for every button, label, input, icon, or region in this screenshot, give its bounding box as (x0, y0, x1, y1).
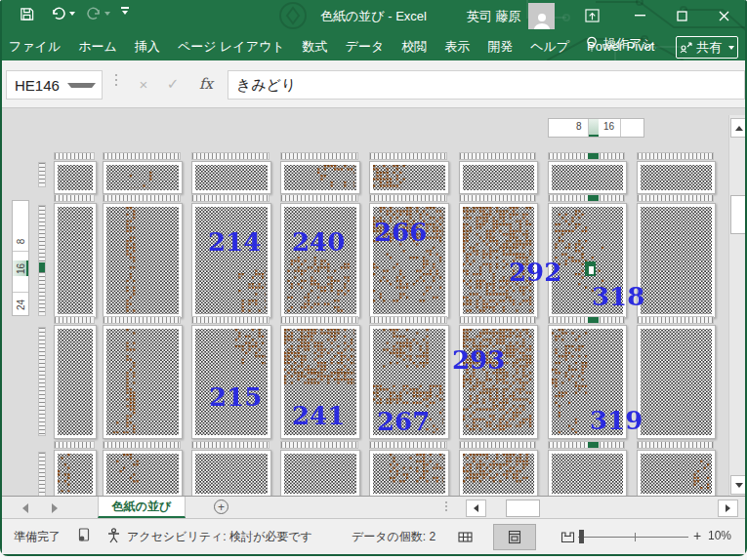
page-r3c6[interactable] (548, 450, 627, 496)
sheet-number-label: 241 (292, 403, 345, 428)
zoom-slider-handle[interactable] (579, 530, 584, 543)
ribbon-tab-1[interactable]: ホーム (69, 33, 126, 60)
name-box-dropdown-icon[interactable] (67, 83, 96, 88)
scroll-up-button[interactable] (730, 118, 747, 138)
page-r3c2[interactable] (191, 450, 271, 496)
normal-view-button[interactable] (449, 524, 480, 550)
ribbon-display-options-icon[interactable] (581, 6, 602, 25)
ribbon-tab-file[interactable]: ファイル (0, 33, 69, 60)
page-r0c3[interactable] (280, 161, 360, 194)
page-r2c6[interactable]: 319 (548, 325, 627, 439)
insert-function-icon[interactable]: fx (191, 70, 221, 98)
page-r0c6[interactable] (548, 161, 627, 194)
avatar[interactable] (528, 3, 555, 29)
page-r2c3[interactable]: 241 (280, 325, 360, 439)
title-bar: 色紙の並び - Excel 英司 藤原 (0, 0, 747, 32)
tab-scroll-splitter[interactable] (445, 501, 447, 511)
page-r2c1[interactable] (103, 325, 183, 439)
page-layout-view-button[interactable] (493, 524, 536, 550)
page-r3c5[interactable] (459, 450, 538, 496)
close-button[interactable] (713, 6, 734, 25)
page-r1c5[interactable]: 292 (459, 203, 538, 318)
undo-button[interactable] (51, 7, 75, 20)
page-r3c1[interactable] (103, 450, 183, 496)
macro-record-icon[interactable] (78, 528, 90, 542)
mini-column-ticks (54, 316, 95, 324)
new-sheet-button[interactable]: + (214, 500, 228, 514)
formula-input[interactable]: きみどり (228, 70, 745, 100)
page-r2c2[interactable]: 215 (191, 325, 271, 439)
ribbon-tab-9[interactable]: ヘルプ (521, 33, 578, 60)
ribbon-tab-7[interactable]: 表示 (436, 33, 478, 60)
page-r0c1[interactable] (103, 161, 183, 194)
sheet-number-label: 267 (377, 409, 430, 434)
page-r0c5[interactable] (459, 161, 538, 194)
sheet-number-label: 318 (592, 284, 644, 309)
page-r1c2[interactable]: 214 (191, 203, 271, 318)
horizontal-scroll-thumb[interactable] (506, 500, 540, 517)
page-r0c7[interactable] (637, 161, 716, 194)
worksheet-area[interactable]: 8 16 8 16 24 214240266292318215241267293… (0, 107, 747, 496)
page-r0c0[interactable] (54, 161, 97, 194)
zoom-out-button[interactable]: − (563, 528, 571, 543)
cancel-icon[interactable]: × (131, 70, 156, 98)
page-r1c3[interactable]: 240 (280, 203, 360, 318)
mini-row-ticks (38, 205, 46, 316)
colored-cells-pattern (106, 329, 177, 433)
mini-column-ticks (637, 441, 714, 449)
page-r0c2[interactable] (191, 161, 271, 194)
zoom-in-button[interactable]: + (693, 528, 701, 543)
zoom-level[interactable]: 10% (708, 529, 731, 542)
ribbon-tab-4[interactable]: 数式 (294, 33, 337, 60)
ribbon-tab-3[interactable]: ページ レイアウト (169, 33, 294, 60)
scroll-right-button[interactable] (718, 500, 738, 517)
maximize-button[interactable] (671, 6, 692, 25)
page-r2c7[interactable] (637, 325, 716, 439)
vertical-scroll-thumb[interactable] (730, 195, 747, 234)
page-r3c3[interactable] (280, 450, 360, 496)
ribbon-tab-5[interactable]: データ (337, 33, 394, 60)
name-box[interactable]: HE146 (6, 70, 103, 100)
sheet-number-label: 293 (452, 347, 505, 373)
ribbon-tab-2[interactable]: 挿入 (126, 33, 169, 60)
redo-button[interactable] (86, 7, 110, 20)
search-assistant[interactable]: 操作アシス (586, 35, 656, 53)
vertical-scrollbar[interactable] (728, 115, 747, 496)
formula-bar-splitter[interactable] (115, 74, 117, 86)
page-r1c7[interactable] (637, 203, 716, 318)
ribbon-tab-6[interactable]: 校閲 (393, 33, 436, 60)
minimize-button[interactable] (629, 6, 650, 25)
share-button[interactable]: 共有 (676, 36, 738, 59)
mini-column-ticks (637, 194, 714, 202)
next-sheet-icon[interactable] (52, 503, 58, 513)
ready-status: 準備完了 (14, 529, 61, 545)
page-r2c4[interactable]: 267 (369, 325, 449, 439)
page-r3c0[interactable] (54, 450, 97, 496)
enter-icon[interactable]: ✓ (160, 70, 186, 98)
page-r1c1[interactable] (103, 203, 183, 318)
scroll-left-button[interactable] (466, 500, 486, 517)
mini-column-ticks (369, 194, 447, 202)
sheet-number-label: 292 (509, 260, 561, 285)
page-r1c4[interactable]: 266 (369, 203, 449, 318)
page-r2c5[interactable]: 293 (459, 325, 538, 439)
page-r2c0[interactable] (54, 325, 97, 439)
save-icon[interactable] (20, 7, 34, 21)
accessibility-status[interactable]: アクセシビリティ: 検討が必要です (127, 529, 312, 545)
page-r3c4[interactable] (369, 450, 449, 496)
page-r0c4[interactable] (369, 161, 449, 194)
column-header[interactable]: 8 16 (548, 118, 644, 138)
page-r1c0[interactable] (54, 203, 97, 318)
previous-sheet-icon[interactable] (22, 503, 28, 513)
accessibility-icon[interactable] (107, 528, 120, 543)
ribbon-tab-8[interactable]: 開発 (478, 33, 521, 60)
row-header[interactable]: 8 16 24 (12, 200, 29, 316)
customize-quick-access-button[interactable] (121, 7, 129, 15)
scroll-down-button[interactable] (730, 475, 747, 495)
share-dropdown-caret (728, 46, 734, 50)
ribbon-tab-bar: ファイルホーム挿入ページ レイアウト数式データ校閲表示開発ヘルプPower Pi… (0, 32, 747, 60)
count-status: データの個数: 2 (352, 529, 436, 545)
mini-column-ticks (548, 194, 625, 202)
page-r3c7[interactable] (637, 450, 716, 496)
sheet-tab-active[interactable]: 色紙の並び (98, 497, 186, 518)
